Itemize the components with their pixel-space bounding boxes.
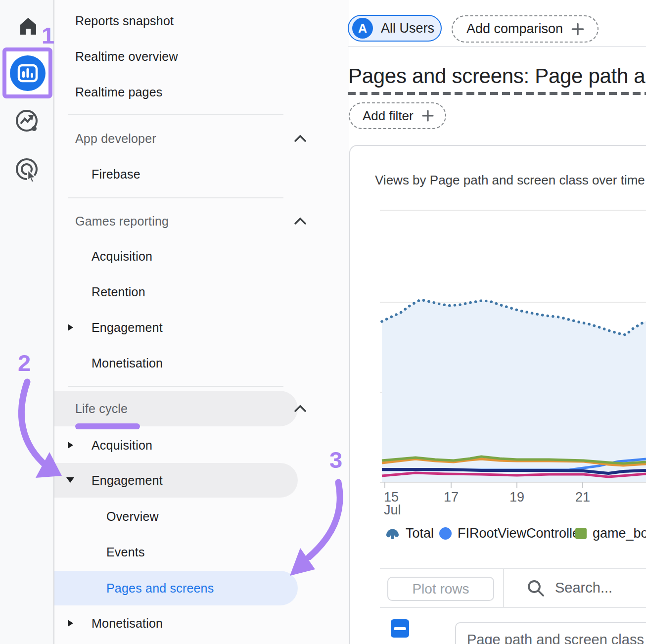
circle-swatch-icon [439,527,452,540]
nav-divider [68,114,283,115]
nav-section-games-reporting[interactable]: Games reporting [75,203,169,239]
app-rail [0,0,54,644]
step-number-3: 3 [329,446,342,473]
legend-item-total[interactable]: Total [385,526,434,541]
plus-icon [420,108,435,123]
explore-icon[interactable] [15,109,40,134]
legend-item-game-board[interactable]: game_board [575,526,646,541]
step-number-1: 1 [42,22,54,49]
reports-icon[interactable] [9,54,46,92]
select-all-checkbox[interactable] [391,619,409,638]
title-dashed-underline [348,92,646,95]
search-icon[interactable] [525,578,546,598]
report-nav: Reports snapshot Realtime overview Realt… [54,0,349,644]
nav-item-engagement-lifecycle[interactable]: Engagement [92,463,163,498]
nav-item-acquisition-lifecycle[interactable]: Acquisition [92,427,152,463]
nav-item-monetisation-games[interactable]: Monetisation [92,345,163,381]
nav-section-life-cycle[interactable]: Life cycle [75,391,128,426]
search-input[interactable]: Search... [555,580,612,596]
engagement-hover-pill [54,463,298,498]
series-layer [382,300,646,482]
nav-item-engagement-games[interactable]: Engagement [92,310,163,345]
nav-divider [68,386,283,387]
chevron-up-icon[interactable] [294,135,307,142]
legend-item-firootviewcontroller[interactable]: FIRootViewController [439,526,584,541]
toolbar-vertical-divider [503,569,504,607]
expand-arrow-icon[interactable] [68,620,73,627]
nav-item-realtime-overview[interactable]: Realtime overview [75,39,178,74]
header-divider [348,46,646,47]
table-divider [380,607,646,608]
collapse-arrow-icon[interactable] [66,477,74,483]
all-users-chip[interactable]: A All Users [348,15,442,42]
audience-label: All Users [381,21,434,36]
nav-divider [68,197,283,198]
page-title: Pages and screens: Page path and screen … [348,64,646,88]
nav-item-realtime-pages[interactable]: Realtime pages [75,74,163,110]
nav-item-overview[interactable]: Overview [106,499,159,534]
step1-highlight-box [2,47,52,98]
nav-item-firebase[interactable]: Firebase [92,156,140,192]
plot-rows-button[interactable]: Plot rows [387,577,494,601]
chevron-up-icon[interactable] [294,405,307,413]
total-swatch-icon [385,526,400,541]
nav-section-app-developer[interactable]: App developer [75,121,156,156]
expand-arrow-icon[interactable] [68,442,73,449]
column-header-page-path[interactable]: Page path and screen class [455,622,646,644]
total-area-fill [382,300,646,482]
x-month-label: Jul [384,503,401,518]
audience-avatar: A [352,18,373,39]
plus-icon [570,21,586,37]
x-tick-label: 19 [509,490,524,505]
step-number-2: 2 [18,349,31,376]
nav-item-acquisition-games[interactable]: Acquisition [92,238,152,274]
x-tick-label: 21 [575,490,590,505]
chevron-up-icon[interactable] [294,217,307,225]
line-chart[interactable] [349,145,646,644]
nav-item-reports-snapshot[interactable]: Reports snapshot [75,3,174,39]
add-comparison-button[interactable]: Add comparison [452,15,599,43]
nav-item-pages-and-screens[interactable]: Pages and screens [106,571,214,605]
x-tick-label: 17 [444,490,459,505]
square-swatch-icon [575,528,587,539]
nav-item-events[interactable]: Events [106,534,145,570]
expand-arrow-icon[interactable] [68,324,73,331]
ga4-app: Reports snapshot Realtime overview Realt… [0,0,646,644]
nav-item-monetisation-lifecycle[interactable]: Monetisation [92,605,163,641]
indeterminate-minus-icon [394,627,406,630]
nav-item-retention[interactable]: Retention [92,274,145,310]
advertising-icon[interactable] [15,157,41,183]
toolbar-divider [380,568,646,569]
add-filter-button[interactable]: Add filter [349,102,446,129]
home-icon[interactable] [16,14,40,38]
